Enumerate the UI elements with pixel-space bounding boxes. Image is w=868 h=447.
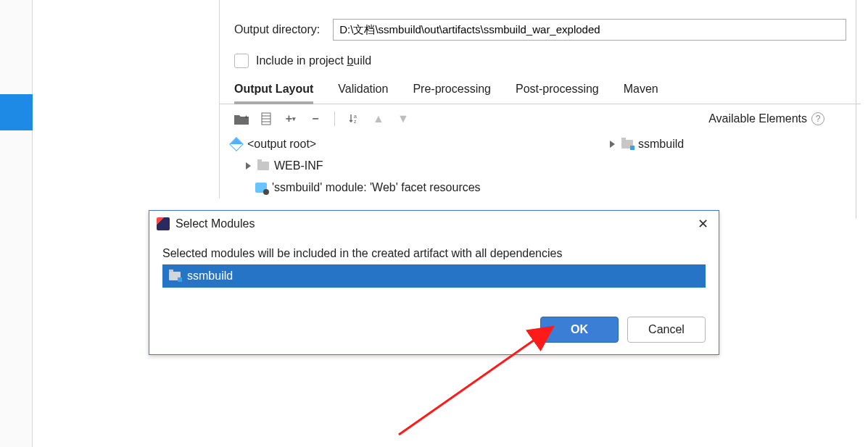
- add-icon[interactable]: +▾: [282, 110, 299, 128]
- available-elements-header: Available Elements ?: [708, 112, 858, 125]
- tree-webinf-label: WEB-INF: [274, 159, 323, 172]
- folder-icon: [257, 159, 270, 172]
- jar-icon[interactable]: [257, 110, 275, 128]
- toolbar: +▾ − az ▲ ▼ Available Elements ?: [220, 104, 861, 133]
- dialog-body: Selected modules will be included in the…: [149, 237, 719, 288]
- toolbar-left: +▾ − az ▲ ▼: [223, 110, 412, 128]
- tree-root[interactable]: <output root>: [230, 133, 605, 155]
- output-directory-input[interactable]: [333, 19, 846, 41]
- close-icon[interactable]: ✕: [695, 216, 711, 232]
- help-icon[interactable]: ?: [811, 112, 824, 125]
- move-up-icon[interactable]: ▲: [370, 110, 387, 128]
- cancel-button[interactable]: Cancel: [627, 317, 706, 343]
- svg-text:z: z: [354, 119, 357, 124]
- tree-webinf[interactable]: WEB-INF: [230, 155, 605, 177]
- expand-icon[interactable]: [246, 162, 251, 170]
- module-list-item[interactable]: ssmbuild: [162, 264, 706, 288]
- output-directory-row: Output directory:: [220, 16, 861, 54]
- ok-button[interactable]: OK: [540, 317, 619, 343]
- include-build-checkbox[interactable]: [234, 54, 249, 68]
- tree-facet-label: 'ssmbuild' module: 'Web' facet resources: [272, 181, 481, 194]
- include-build-row[interactable]: Include in project build: [220, 54, 861, 81]
- module-folder-icon: [621, 138, 634, 151]
- tree-root-label: <output root>: [247, 138, 316, 151]
- module-folder-icon: [168, 270, 181, 283]
- output-directory-label: Output directory:: [234, 23, 320, 36]
- available-elements-label: Available Elements: [708, 112, 807, 125]
- available-tree[interactable]: ssmbuild: [605, 133, 684, 199]
- trees: <output root> WEB-INF 'ssmbuild' module:…: [220, 133, 861, 199]
- available-item[interactable]: ssmbuild: [610, 133, 684, 155]
- expand-icon[interactable]: [610, 141, 615, 148]
- new-folder-icon[interactable]: [233, 110, 250, 128]
- tab-maven[interactable]: Maven: [624, 81, 658, 104]
- move-down-icon[interactable]: ▼: [394, 110, 412, 128]
- dialog-description: Selected modules will be included in the…: [162, 247, 706, 260]
- tab-post-processing[interactable]: Post-processing: [516, 81, 599, 104]
- module-name: ssmbuild: [187, 270, 233, 283]
- diamond-icon: [230, 138, 243, 151]
- remove-icon[interactable]: −: [307, 110, 324, 128]
- svg-text:a: a: [354, 114, 357, 119]
- main-panel: Output directory: Include in project bui…: [219, 0, 861, 199]
- tab-output-layout[interactable]: Output Layout: [234, 81, 313, 104]
- tab-validation[interactable]: Validation: [338, 81, 388, 104]
- sort-icon[interactable]: az: [345, 110, 363, 128]
- tree-facet[interactable]: 'ssmbuild' module: 'Web' facet resources: [230, 177, 605, 199]
- output-tree[interactable]: <output root> WEB-INF 'ssmbuild' module:…: [220, 133, 605, 199]
- tab-pre-processing[interactable]: Pre-processing: [413, 81, 491, 104]
- include-build-label: Include in project build: [256, 54, 371, 67]
- select-modules-dialog: Select Modules ✕ Selected modules will b…: [149, 210, 719, 355]
- intellij-icon: [157, 217, 170, 230]
- available-item-label: ssmbuild: [638, 138, 684, 151]
- dialog-titlebar[interactable]: Select Modules ✕: [149, 211, 719, 237]
- tabs: Output Layout Validation Pre-processing …: [220, 81, 861, 104]
- dialog-buttons: OK Cancel: [540, 317, 706, 343]
- dialog-title: Select Modules: [175, 217, 255, 230]
- left-gutter: [0, 0, 33, 447]
- left-gutter-marker: [0, 94, 33, 130]
- web-facet-icon: [255, 181, 268, 194]
- toolbar-separator: [334, 112, 335, 126]
